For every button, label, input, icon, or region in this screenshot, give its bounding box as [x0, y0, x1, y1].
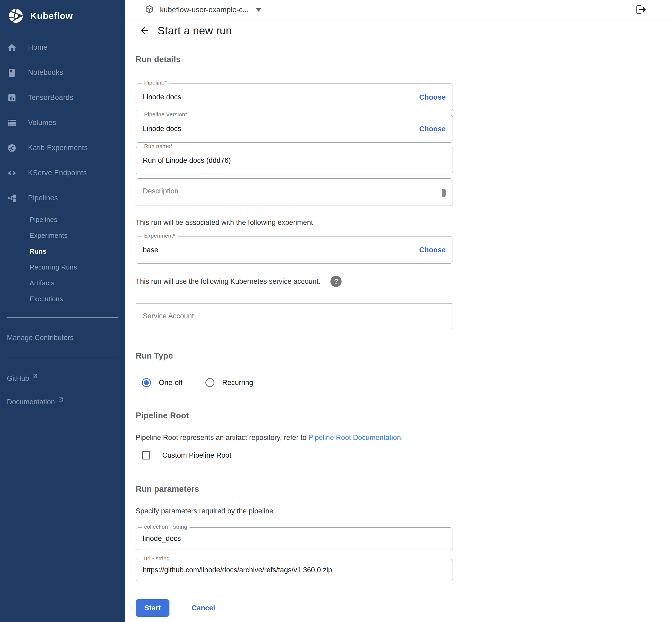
sidebar-divider — [7, 358, 119, 358]
sidebar-item-home[interactable]: Home — [0, 35, 125, 60]
sidebar-item-manage-contributors[interactable]: Manage Contributors — [0, 333, 125, 343]
external-link-icon — [58, 396, 63, 404]
recurring-label: Recurring — [222, 379, 253, 387]
service-account-note: This run will use the following Kubernet… — [136, 277, 321, 286]
external-link-icon — [32, 372, 37, 380]
back-button[interactable] — [138, 25, 150, 37]
experiment-choose-button[interactable]: Choose — [419, 246, 446, 254]
one-off-radio[interactable] — [142, 378, 151, 387]
description-input[interactable] — [136, 179, 427, 206]
kubeflow-logo-icon — [7, 7, 24, 24]
tensorboards-icon — [7, 93, 17, 103]
run-details-heading: Run details — [136, 42, 672, 64]
kubeflow-logo[interactable]: Kubeflow — [0, 0, 125, 32]
experiment-note: This run will be associated with the fol… — [136, 218, 672, 227]
subnav-item-recurring-runs[interactable]: Recurring Runs — [0, 259, 125, 275]
pipelines-subnav: Pipelines Experiments Runs Recurring Run… — [0, 212, 125, 307]
logo-text: Kubeflow — [30, 10, 73, 21]
description-field — [136, 178, 453, 206]
run-name-field: Run name* — [136, 147, 453, 174]
back-arrow-icon — [139, 25, 149, 36]
url-param-field: url - string — [136, 559, 453, 581]
pipeline-root-doc-link[interactable]: Pipeline Root Documentation — [308, 434, 401, 442]
subnav-item-pipelines[interactable]: Pipelines — [0, 212, 125, 228]
namespace-cube-icon — [145, 4, 154, 15]
subnav-item-artifacts[interactable]: Artifacts — [0, 275, 125, 291]
help-icon[interactable]: ? — [331, 276, 341, 287]
run-type-options: One-off Recurring — [142, 378, 672, 387]
pipeline-field: Pipeline* Choose — [136, 83, 453, 111]
sidebar-item-pipelines[interactable]: Pipelines — [0, 185, 125, 211]
sidebar-divider — [7, 317, 119, 318]
collection-param-field: collection - string — [136, 527, 453, 550]
experiment-field: Experiment* Choose — [136, 236, 453, 264]
run-parameters-note: Specify parameters required by the pipel… — [136, 507, 672, 515]
service-account-input[interactable] — [143, 304, 434, 329]
chevron-down-icon — [256, 8, 262, 12]
pipeline-root-heading: Pipeline Root — [136, 411, 672, 420]
sidebar-item-kserve-endpoints[interactable]: KServe Endpoints — [0, 161, 125, 185]
service-account-field — [136, 303, 453, 329]
notebooks-icon — [7, 68, 17, 78]
pipeline-version-input[interactable] — [143, 115, 381, 142]
pipeline-input[interactable] — [143, 83, 381, 111]
logout-button[interactable] — [636, 4, 647, 16]
run-parameters-heading: Run parameters — [136, 484, 672, 494]
kserve-icon — [7, 168, 17, 178]
form-content: Run details Pipeline* Choose Pipeline Ve… — [125, 42, 672, 622]
namespace-label: kubeflow-user-example-c... — [160, 5, 249, 14]
namespace-selector[interactable]: kubeflow-user-example-c... — [145, 4, 262, 15]
sidebar-link-github[interactable]: GitHub — [0, 374, 125, 383]
service-account-note-row: This run will use the following Kubernet… — [136, 276, 672, 287]
scrollbar-thumb[interactable] — [442, 189, 446, 197]
volumes-icon — [7, 118, 17, 128]
run-name-input[interactable] — [143, 147, 381, 174]
sidebar: Kubeflow Home Notebooks TensorBoards — [0, 0, 125, 622]
main-area: kubeflow-user-example-c... Start a new r… — [125, 0, 672, 622]
form-actions: Start Cancel — [136, 599, 672, 617]
pipeline-root-description: Pipeline Root represents an artifact rep… — [136, 434, 672, 442]
logout-icon — [636, 4, 647, 15]
page-title: Start a new run — [158, 25, 232, 37]
topbar: kubeflow-user-example-c... — [125, 0, 672, 20]
custom-pipeline-root-checkbox[interactable] — [142, 451, 150, 459]
run-type-heading: Run Type — [136, 351, 672, 361]
start-button[interactable]: Start — [136, 599, 169, 617]
home-icon — [7, 42, 17, 53]
custom-pipeline-root-label: Custom Pipeline Root — [162, 451, 231, 459]
pipelines-icon — [7, 193, 17, 203]
url-param-input[interactable] — [143, 559, 434, 581]
subnav-item-experiments[interactable]: Experiments — [0, 228, 125, 243]
sidebar-link-documentation[interactable]: Documentation — [0, 398, 125, 406]
sidebar-nav: Home Notebooks TensorBoards Volumes — [0, 35, 125, 211]
pipeline-version-field: Pipeline Version* Choose — [136, 115, 453, 143]
kubeflow-app: Kubeflow Home Notebooks TensorBoards — [0, 0, 672, 622]
sidebar-item-katib-experiments[interactable]: Katib Experiments — [0, 135, 125, 161]
one-off-label: One-off — [159, 379, 183, 387]
pipeline-choose-button[interactable]: Choose — [419, 93, 446, 101]
page-header: Start a new run — [125, 20, 672, 42]
custom-pipeline-root-row: Custom Pipeline Root — [142, 451, 672, 459]
katib-icon — [7, 143, 17, 153]
sidebar-item-notebooks[interactable]: Notebooks — [0, 60, 125, 85]
experiment-input[interactable] — [143, 237, 381, 264]
cancel-button[interactable]: Cancel — [192, 604, 215, 612]
collection-param-input[interactable] — [143, 528, 434, 550]
sidebar-item-tensorboards[interactable]: TensorBoards — [0, 85, 125, 110]
subnav-item-runs[interactable]: Runs — [0, 243, 125, 259]
sidebar-item-volumes[interactable]: Volumes — [0, 110, 125, 135]
pipeline-version-choose-button[interactable]: Choose — [419, 125, 446, 133]
recurring-radio[interactable] — [205, 378, 214, 387]
subnav-item-executions[interactable]: Executions — [0, 291, 125, 307]
